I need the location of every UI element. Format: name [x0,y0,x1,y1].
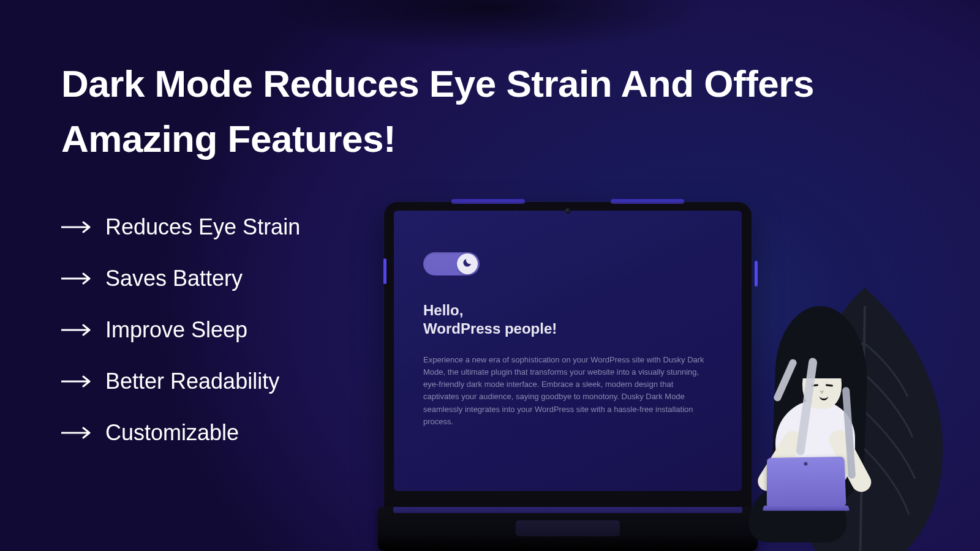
laptop-base [378,507,758,551]
bezel-accent [611,199,684,204]
laptop-mockup: Hello, WordPress people! Experience a ne… [378,202,758,551]
leg [748,485,846,542]
moon-icon [462,257,473,271]
feature-label: Better Readability [105,369,279,394]
dark-mode-toggle[interactable] [423,252,480,276]
headline: Dark Mode Reduces Eye Strain And Offers … [61,56,919,167]
promo-slide: Dark Mode Reduces Eye Strain And Offers … [0,0,980,551]
bezel-accent [383,258,386,284]
arrow-right-icon [61,221,93,233]
screen-heading: Hello, WordPress people! [423,301,712,338]
laptop-trackpad [516,520,620,536]
arm [826,427,875,495]
feature-label: Improve Sleep [105,317,247,343]
arrow-right-icon [61,427,93,439]
nose [820,391,824,394]
toggle-knob [457,253,478,274]
screen-heading-line: WordPress people! [423,320,712,338]
webcam-icon [565,208,571,214]
feature-item: Improve Sleep [61,317,300,343]
feature-label: Customizable [105,420,239,446]
small-laptop-base [763,506,850,511]
feature-item: Reduces Eye Strain [61,214,300,240]
torso [775,400,855,492]
hair [771,304,869,503]
feature-list: Reduces Eye Strain Saves Battery Improve… [61,214,300,446]
feature-item: Saves Battery [61,266,300,291]
feature-label: Reduces Eye Strain [105,214,300,240]
laptop-bezel: Hello, WordPress people! Experience a ne… [384,202,752,508]
small-laptop-icon [767,457,846,508]
screen-heading-line: Hello, [423,301,712,320]
screen-body: Experience a new era of sophistication o… [423,354,711,428]
hair-highlight [842,387,856,479]
face [802,361,842,409]
feature-label: Saves Battery [105,266,243,291]
arrow-right-icon [61,272,93,285]
feature-item: Better Readability [61,369,300,394]
arrow-right-icon [61,324,93,336]
arm [754,427,806,495]
bezel-accent [755,261,758,287]
feature-item: Customizable [61,420,300,446]
bezel-accent [451,199,525,204]
leaf-icon [755,288,951,551]
laptop-hinge [393,507,742,513]
hair [784,323,858,378]
hair-highlight [772,358,797,402]
arrow-right-icon [61,375,93,388]
laptop-screen: Hello, WordPress people! Experience a ne… [394,211,742,491]
hair-highlight [796,357,818,455]
mouth [820,396,828,400]
